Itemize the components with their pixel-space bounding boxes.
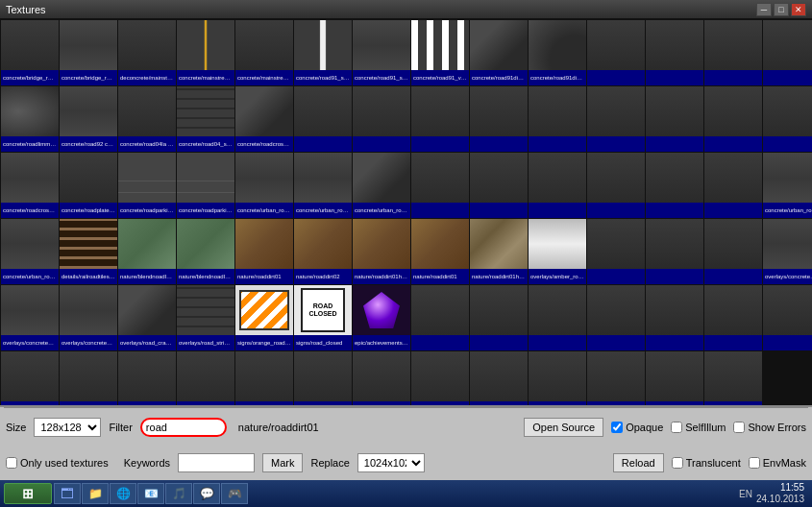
texture-cell[interactable]: nature/blendnoadleavel91b	[177, 219, 234, 284]
texture-cell[interactable]	[470, 153, 528, 218]
texture-cell[interactable]	[646, 86, 703, 152]
texture-cell[interactable]	[470, 285, 528, 350]
texture-cell[interactable]	[529, 153, 586, 218]
texture-cell[interactable]	[646, 285, 703, 350]
texture-cell[interactable]: concrete/road91_small_subroad91 concrete…	[353, 20, 410, 85]
mark-button[interactable]: Mark	[262, 453, 303, 472]
texture-cell[interactable]: concrete/roadparkinglt	[118, 153, 176, 218]
texture-cell[interactable]: concrete/road92 concrete/road91_small	[60, 86, 117, 152]
texture-cell[interactable]: concrete/road91_small	[294, 20, 352, 85]
texture-cell[interactable]	[529, 86, 586, 152]
texture-cell[interactable]	[411, 285, 469, 350]
start-button[interactable]: ⊞	[4, 483, 52, 504]
texture-cell[interactable]: overlays/amber_road_glare_25	[529, 219, 586, 284]
texture-cell[interactable]	[587, 219, 645, 284]
texture-label	[704, 335, 762, 350]
texture-label: nature/roaddirt01hbase	[353, 269, 410, 284]
translucent-checkbox[interactable]	[672, 457, 683, 469]
texture-cell[interactable]: concrete/urban_road_91d	[763, 153, 812, 218]
texture-cell[interactable]: nature/roaddirt01	[235, 219, 293, 284]
texture-cell[interactable]	[353, 86, 410, 152]
taskbar-icon-3[interactable]: 🌐	[110, 483, 136, 504]
texture-cell[interactable]	[587, 20, 645, 85]
texture-cell[interactable]	[587, 285, 645, 350]
texture-cell[interactable]: signs/orange_roadblocks	[235, 285, 293, 350]
texture-label	[646, 335, 703, 350]
taskbar-icon-4[interactable]: 📧	[137, 483, 164, 504]
texture-cell[interactable]: concrete/road91dinenewrb_small_submp	[529, 20, 586, 85]
texture-cell[interactable]	[704, 153, 762, 218]
size-label: Size	[6, 422, 26, 433]
texture-cell[interactable]: nature/roaddirt01	[411, 219, 469, 284]
texture-cell[interactable]: concrete/road91dinenewrb concrete/road91…	[470, 20, 528, 85]
taskbar-icon-6[interactable]: 💬	[193, 483, 220, 504]
texture-cell[interactable]	[704, 285, 762, 350]
only-used-checkbox[interactable]	[6, 457, 17, 469]
texture-cell[interactable]: concrete/road04_side_submap concrete/roa…	[177, 86, 234, 152]
close-button[interactable]: ✕	[791, 3, 806, 16]
texture-cell[interactable]: concrete/bridge_road91a	[1, 20, 59, 85]
texture-cell[interactable]: concrete/mainstreet_road91_concrete/main…	[177, 20, 234, 85]
texture-cell[interactable]	[646, 153, 703, 218]
texture-cell[interactable]	[763, 20, 812, 85]
texture-cell[interactable]	[763, 285, 812, 350]
texture-cell[interactable]	[704, 20, 762, 85]
texture-cell[interactable]	[587, 86, 645, 152]
texture-cell[interactable]: overlays/concrete_road91b	[60, 285, 117, 350]
keywords-input[interactable]	[178, 453, 255, 472]
texture-cell[interactable]: concrete/roadparkinglt_dl concrete/urban…	[177, 153, 234, 218]
texture-cell[interactable]: concrete/urban_road_91b concrete/urban_r…	[294, 153, 352, 218]
texture-label	[763, 136, 812, 152]
texture-cell[interactable]	[470, 86, 528, 152]
texture-cell[interactable]	[587, 153, 645, 218]
filter-input[interactable]	[140, 418, 227, 437]
texture-cell[interactable]: concrete/roadcrosswall_mea concrete/road…	[1, 153, 59, 218]
texture-cell[interactable]: deconcrete/mainstreet_road	[118, 20, 176, 85]
texture-cell[interactable]	[411, 153, 469, 218]
taskbar-icon-5[interactable]: 🎵	[165, 483, 192, 504]
size-dropdown[interactable]: 128x128 256x256 512x512 1024x1024	[34, 418, 101, 437]
texture-cell[interactable]: ROADCLOSEDsigns/road_closed	[294, 285, 352, 350]
texture-cell[interactable]: nature/roaddirt01hbase	[353, 219, 410, 284]
minimize-button[interactable]: ─	[756, 3, 772, 16]
texture-cell[interactable]: nature/blendnoadleavel91	[118, 219, 176, 284]
texture-cell[interactable]	[704, 86, 762, 152]
texture-cell[interactable]: nature/roaddirt02	[294, 219, 352, 284]
texture-cell[interactable]	[529, 285, 586, 350]
open-source-button[interactable]: Open Source	[524, 418, 603, 437]
texture-cell[interactable]	[646, 20, 703, 85]
texture-cell[interactable]: concrete/urban_road_91b concrete/urban_r…	[353, 153, 410, 218]
replace-dropdown[interactable]: 1024x1024 512x512 256x256 128x128	[357, 453, 425, 472]
selfillum-checkbox[interactable]	[671, 422, 682, 433]
taskbar-icon-1[interactable]: 🗔	[54, 483, 81, 504]
texture-cell[interactable]	[294, 86, 352, 152]
texture-cell[interactable]	[411, 86, 469, 152]
texture-cell[interactable]	[763, 86, 812, 152]
maximize-button[interactable]: □	[774, 3, 789, 16]
texture-cell[interactable]: concrete/road91_vdump	[411, 20, 469, 85]
texture-cell[interactable]: concrete/roadplate01	[60, 153, 117, 218]
texture-cell[interactable]: overlays/concrete_road91a	[763, 219, 812, 284]
taskbar-icon-2[interactable]: 📁	[82, 483, 109, 504]
opaque-checkbox[interactable]	[611, 422, 623, 433]
texture-label: overlays/concrete_road91b	[60, 335, 117, 350]
texture-cell[interactable]: overlays/road_cracked_00	[118, 285, 176, 350]
envmask-checkbox[interactable]	[749, 457, 760, 469]
texture-cell[interactable]: details/railroadtiles_deck4	[60, 219, 117, 284]
texture-cell[interactable]: concrete/mainstreet_road91_subroad91	[235, 20, 293, 85]
texture-cell[interactable]: nature/roaddirt01hbase	[470, 219, 528, 284]
texture-cell[interactable]: concrete/roadcrosswalla_rw concrete/road…	[235, 86, 293, 152]
texture-cell[interactable]: overlays/road_stripe_00	[177, 285, 234, 350]
taskbar-icon-7[interactable]: 🎮	[221, 483, 248, 504]
texture-cell[interactable]: concrete/bridge_road91a	[60, 20, 117, 85]
texture-cell[interactable]	[704, 219, 762, 284]
texture-cell[interactable]	[646, 219, 703, 284]
texture-cell[interactable]: concrete/urban_road_91a concrete/urban_r…	[235, 153, 293, 218]
texture-cell[interactable]: concrete/road04la concrete/road04la_smal…	[118, 86, 176, 152]
texture-cell[interactable]: concrete/urban_road_91d_de details/railr…	[1, 219, 59, 284]
texture-cell[interactable]: epic/achievements/ach_mail_c_m_road	[353, 285, 410, 350]
show-errors-checkbox[interactable]	[733, 422, 745, 433]
reload-button[interactable]: Reload	[613, 453, 664, 472]
texture-cell[interactable]: concrete/roadlimm concrete/roadlimm_red	[1, 86, 59, 152]
texture-cell[interactable]: overlays/concrete_road91b	[1, 285, 59, 350]
